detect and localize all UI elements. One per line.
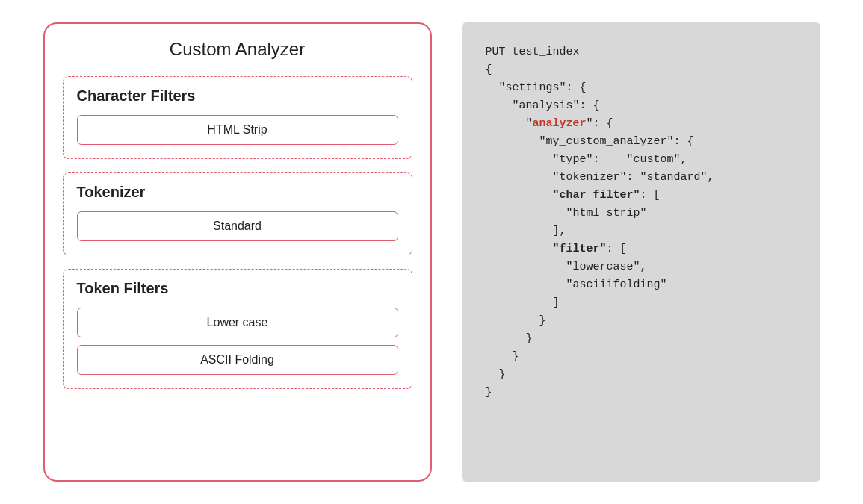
tokenizer-section: Tokenizer Standard — [63, 172, 412, 255]
token-filters-label: Token Filters — [77, 280, 398, 297]
code-line-10: "html_strip" — [486, 205, 797, 223]
character-filters-section: Character Filters HTML Strip — [63, 76, 412, 159]
code-line-16: } — [486, 312, 797, 330]
lowercase-button[interactable]: Lower case — [77, 308, 398, 337]
code-line-17: } — [486, 330, 797, 348]
analyzer-keyword: analyzer — [533, 117, 587, 130]
custom-analyzer-panel: Custom Analyzer Character Filters HTML S… — [43, 22, 432, 482]
code-line-20: } — [486, 384, 797, 402]
code-line-14: "asciiifolding" — [486, 276, 797, 294]
panel-title: Custom Analyzer — [170, 39, 305, 60]
code-line-11: ], — [486, 223, 797, 240]
ascii-folding-button[interactable]: ASCII Folding — [77, 345, 398, 375]
token-filters-section: Token Filters Lower case ASCII Folding — [63, 269, 412, 389]
code-line-13: "lowercase", — [486, 258, 797, 276]
code-line-6: "my_custom_analyzer": { — [486, 133, 797, 151]
code-line-3: "settings": { — [486, 79, 797, 97]
code-line-5: "analyzer": { — [486, 115, 797, 133]
code-line-19: } — [486, 366, 797, 384]
char-filter-keyword: "char_filter" — [553, 189, 640, 202]
code-panel: PUT test_index { "settings": { "analysis… — [462, 22, 820, 482]
code-line-2: { — [486, 61, 797, 79]
code-line-1: PUT test_index — [486, 43, 797, 61]
code-line-18: } — [486, 348, 797, 366]
html-strip-button[interactable]: HTML Strip — [77, 115, 398, 145]
code-line-4: "analysis": { — [486, 97, 797, 115]
code-line-12: "filter": [ — [486, 240, 797, 258]
tokenizer-label: Tokenizer — [77, 184, 398, 201]
code-line-8: "tokenizer": "standard", — [486, 169, 797, 187]
code-line-15: ] — [486, 294, 797, 312]
standard-button[interactable]: Standard — [77, 211, 398, 241]
code-line-7: "type": "custom", — [486, 151, 797, 169]
character-filters-label: Character Filters — [77, 87, 398, 105]
filter-keyword: "filter" — [553, 243, 607, 255]
code-line-9: "char_filter": [ — [486, 187, 797, 205]
